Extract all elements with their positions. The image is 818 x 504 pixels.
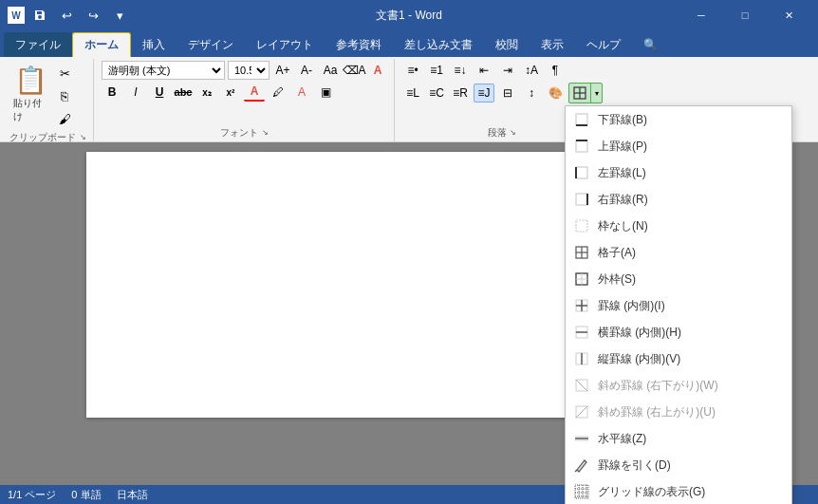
border-bottom-item[interactable]: 下罫線(B)	[566, 106, 791, 133]
increase-font-button[interactable]: A+	[272, 61, 293, 80]
text-shading-button[interactable]: ▣	[315, 83, 336, 102]
strikethrough-button[interactable]: abc	[173, 83, 194, 102]
font-color-button[interactable]: A	[244, 83, 265, 102]
underline-button[interactable]: U	[149, 83, 170, 102]
tab-references[interactable]: 参考資料	[325, 32, 393, 57]
paragraph-group: ≡• ≡1 ≡↓ ⇤ ⇥ ↕A ¶ ≡L ≡C ≡R ≡J ⊟ ↕ 🎨	[397, 59, 608, 141]
clipboard-label: クリップボード	[9, 131, 76, 144]
columns-button[interactable]: ⊟	[497, 84, 518, 103]
font-expand-icon[interactable]: ↘	[260, 128, 270, 138]
border-inside-icon	[573, 297, 590, 314]
tab-view[interactable]: 表示	[530, 32, 575, 57]
highlight-button[interactable]: 🖊	[268, 83, 288, 102]
tab-home[interactable]: ホーム	[72, 32, 131, 57]
show-marks-button[interactable]: ¶	[545, 61, 566, 80]
border-draw-label: 罫線を引く(D)	[598, 457, 671, 474]
decrease-font-button[interactable]: A-	[296, 61, 317, 80]
border-outside-item[interactable]: 外枠(S)	[566, 266, 791, 292]
border-diag-up-item[interactable]: 斜め罫線 (右上がり)(U)	[566, 399, 791, 425]
font-color-2-button[interactable]: A	[291, 83, 312, 102]
paste-icon: 📋	[15, 63, 46, 97]
svg-line-28	[576, 406, 587, 418]
bullets-button[interactable]: ≡•	[402, 61, 423, 80]
increase-indent-button[interactable]: ⇥	[497, 61, 518, 80]
bold-button[interactable]: B	[102, 83, 122, 102]
title-bar-left: W ↩ ↪ ▾	[8, 4, 131, 27]
superscript-button[interactable]: x²	[220, 83, 241, 102]
para-row-1: ≡• ≡1 ≡↓ ⇤ ⇥ ↕A ¶	[402, 61, 566, 80]
svg-rect-3	[576, 114, 587, 125]
tab-search[interactable]: 🔍	[632, 32, 669, 57]
clipboard-group: 📋 貼り付け ✂ ⎘ 🖌 クリップボード ↘	[4, 59, 94, 141]
tab-review[interactable]: 校閲	[484, 32, 530, 57]
redo-button[interactable]: ↪	[82, 4, 104, 27]
borders-container: ▾ 下罫線(B)	[568, 83, 603, 103]
border-inside-h-item[interactable]: 横罫線 (内側)(H)	[566, 319, 791, 345]
copy-button[interactable]: ⎘	[53, 85, 76, 106]
borders-button[interactable]: ▾	[568, 83, 603, 103]
restore-button[interactable]: □	[723, 0, 767, 30]
subscript-button[interactable]: x₂	[196, 83, 217, 102]
title-bar: W ↩ ↪ ▾ 文書1 - Word ─ □ ✕	[0, 0, 818, 30]
window-controls: ─ □ ✕	[679, 0, 810, 30]
italic-button[interactable]: I	[125, 83, 146, 102]
text-effect-button[interactable]: A	[367, 61, 388, 80]
border-bottom-icon	[573, 111, 590, 128]
cut-button[interactable]: ✂	[53, 63, 76, 84]
border-none-item[interactable]: 枠なし(N)	[566, 213, 791, 239]
shading-button[interactable]: 🎨	[545, 84, 566, 103]
tab-design[interactable]: デザイン	[177, 32, 245, 57]
sort-button[interactable]: ↕A	[521, 61, 542, 80]
svg-line-26	[576, 380, 587, 391]
justify-button[interactable]: ≡J	[474, 84, 494, 103]
clipboard-expand-icon[interactable]: ↘	[78, 133, 87, 142]
border-inside-item[interactable]: 罫線 (内側)(I)	[566, 292, 791, 319]
paste-button[interactable]: 📋 貼り付け	[9, 61, 51, 125]
multilevel-list-button[interactable]: ≡↓	[450, 61, 471, 80]
undo-button[interactable]: ↩	[55, 4, 78, 27]
save-button[interactable]	[28, 4, 51, 27]
close-button[interactable]: ✕	[767, 0, 810, 30]
line-spacing-button[interactable]: ↕	[521, 84, 542, 103]
tab-file[interactable]: ファイル	[4, 32, 72, 57]
minimize-button[interactable]: ─	[679, 0, 723, 30]
clear-format-button[interactable]: ⌫A	[344, 61, 364, 80]
border-right-item[interactable]: 右罫線(R)	[566, 186, 791, 213]
border-hline-icon	[573, 430, 590, 447]
tab-layout[interactable]: レイアウト	[245, 32, 325, 57]
ribbon-body: 📋 貼り付け ✂ ⎘ 🖌 クリップボード ↘ 游明朝 (本文) 10.5	[0, 57, 818, 142]
border-diag-down-item[interactable]: 斜め罫線 (右下がり)(W)	[566, 372, 791, 399]
decrease-indent-button[interactable]: ⇤	[474, 61, 494, 80]
word-count: 0 単語	[71, 488, 101, 502]
paragraph-expand-icon[interactable]: ↘	[509, 128, 518, 138]
border-left-item[interactable]: 左罫線(L)	[566, 159, 791, 186]
border-inside-v-label: 縦罫線 (内側)(V)	[598, 351, 680, 367]
border-all-item[interactable]: 格子(A)	[566, 239, 791, 266]
borders-dropdown: 下罫線(B) 上罫線(P)	[565, 105, 792, 504]
border-diag-up-label: 斜め罫線 (右上がり)(U)	[598, 404, 716, 420]
border-grid-item[interactable]: グリッド線の表示(G)	[566, 478, 791, 504]
border-draw-item[interactable]: 罫線を引く(D)	[566, 452, 791, 478]
border-all-label: 格子(A)	[598, 245, 636, 261]
format-painter-button[interactable]: 🖌	[53, 108, 76, 129]
tab-help[interactable]: ヘルプ	[575, 32, 632, 57]
tab-mailings[interactable]: 差し込み文書	[393, 32, 484, 57]
align-center-button[interactable]: ≡C	[426, 84, 447, 103]
font-name-select[interactable]: 游明朝 (本文)	[102, 61, 225, 80]
align-left-button[interactable]: ≡L	[402, 84, 423, 103]
tab-insert[interactable]: 挿入	[131, 32, 177, 57]
border-top-item[interactable]: 上罫線(P)	[566, 133, 791, 159]
border-outside-label: 外枠(S)	[598, 271, 636, 288]
customize-qat-button[interactable]: ▾	[108, 4, 131, 27]
change-case-button[interactable]: Aa	[320, 61, 341, 80]
numbering-button[interactable]: ≡1	[426, 61, 447, 80]
border-inside-h-icon	[573, 324, 590, 341]
font-size-select[interactable]: 10.5	[228, 61, 270, 80]
clipboard-small-buttons: ✂ ⎘ 🖌	[53, 61, 76, 129]
border-bottom-label: 下罫線(B)	[598, 112, 647, 128]
border-all-icon	[573, 244, 590, 261]
border-inside-v-item[interactable]: 縦罫線 (内側)(V)	[566, 345, 791, 372]
border-hline-item[interactable]: 水平線(Z)	[566, 425, 791, 452]
borders-dropdown-arrow[interactable]: ▾	[590, 84, 602, 103]
align-right-button[interactable]: ≡R	[450, 84, 471, 103]
